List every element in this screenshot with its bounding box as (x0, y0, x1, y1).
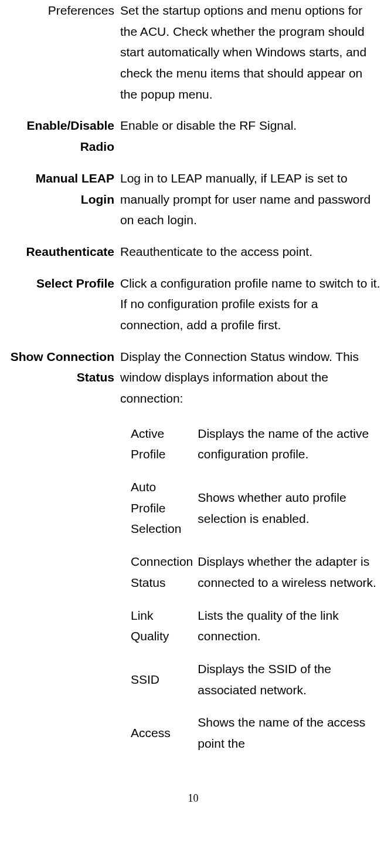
row-label: Preferences (6, 0, 120, 104)
row-desc: Log in to LEAP manually, if LEAP is set … (120, 157, 380, 231)
row-desc: Reauthenticate to the access point. (120, 231, 380, 262)
sub-row-label: Auto Profile Selection (120, 471, 198, 545)
sub-row-desc: Shows the name of the access point the (198, 706, 380, 759)
row-label: Reauthenticate (6, 231, 120, 262)
row-desc: Display the Connection Status window. Th… (120, 336, 380, 760)
sub-row-desc: Displays the name of the active configur… (198, 417, 380, 471)
sub-row-desc: Lists the quality of the link connection… (198, 599, 380, 653)
row-label: Select Profile (6, 262, 120, 336)
sub-row-label: SSID (120, 653, 198, 706)
sub-row-label: Access (120, 706, 198, 759)
sub-row-label: Active Profile (120, 417, 198, 471)
sub-row-label: Link Quality (120, 599, 198, 653)
sub-row-desc: Displays whether the adapter is connecte… (198, 545, 380, 599)
sub-row-desc: Shows whether auto profile selection is … (198, 471, 380, 545)
sub-definition-table: Active Profile Displays the name of the … (120, 417, 380, 760)
row-label: Manual LEAP Login (6, 157, 120, 231)
page-number: 10 (6, 789, 380, 808)
row-label: Enable/Disable Radio (6, 104, 120, 157)
sub-row-label: Connection Status (120, 545, 198, 599)
row-desc: Set the startup options and menu options… (120, 0, 380, 104)
row-desc: Enable or disable the RF Signal. (120, 104, 380, 157)
row-desc: Click a configuration profile name to sw… (120, 262, 380, 336)
definition-table: Preferences Set the startup options and … (6, 0, 380, 760)
sub-row-desc: Displays the SSID of the associated netw… (198, 653, 380, 706)
row-label: Show Connection Status (6, 336, 120, 760)
row-desc-text: Display the Connection Status window. Th… (120, 350, 359, 405)
